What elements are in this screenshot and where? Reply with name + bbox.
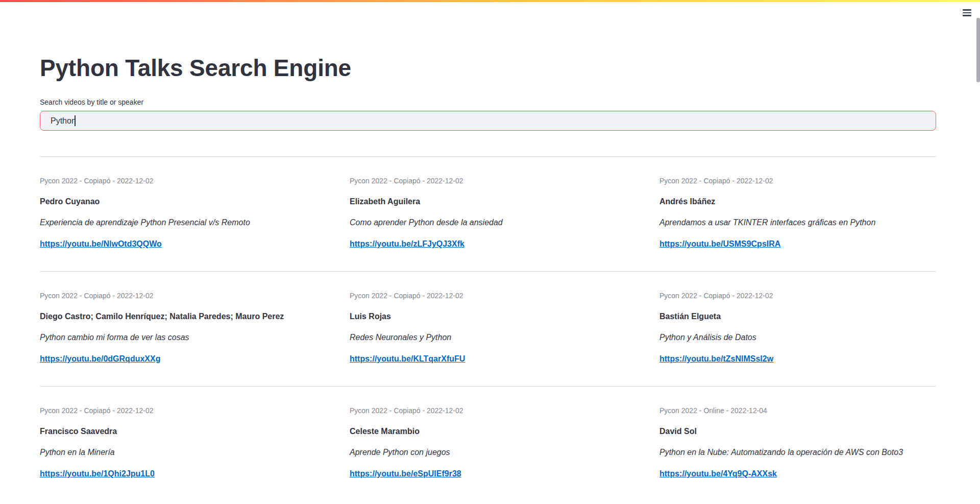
menu-bar bbox=[963, 9, 971, 10]
menu-bar bbox=[963, 15, 971, 16]
video-card: Pycon 2022 - Copiapó - 2022-12-02 Luis R… bbox=[350, 290, 626, 366]
video-link[interactable]: https://youtu.be/4Yq9Q-AXXsk bbox=[659, 467, 777, 481]
video-card: Pycon 2022 - Copiapó - 2022-12-02 Franci… bbox=[40, 405, 316, 481]
video-title: Aprendamos a usar TKINTER interfaces grá… bbox=[659, 216, 936, 229]
video-speaker: Bastián Elgueta bbox=[659, 310, 936, 323]
video-speaker: Pedro Cuyanao bbox=[40, 195, 316, 208]
video-link[interactable]: https://youtu.be/eSpUlEf9r38 bbox=[350, 467, 461, 481]
video-link[interactable]: https://youtu.be/KLTqarXfuFU bbox=[350, 352, 465, 366]
search-field bbox=[40, 111, 936, 131]
main-content: Python Talks Search Engine Search videos… bbox=[40, 0, 936, 501]
video-card: Pycon 2022 - Copiapó - 2022-12-02 Elizab… bbox=[350, 175, 626, 251]
video-title: Python y Análisis de Datos bbox=[659, 331, 936, 344]
video-meta: Pycon 2022 - Copiapó - 2022-12-02 bbox=[350, 405, 626, 416]
results-row: Pycon 2022 - Copiapó - 2022-12-02 Pedro … bbox=[40, 157, 936, 271]
video-title: Experiencia de aprendizaje Python Presen… bbox=[40, 216, 316, 229]
video-meta: Pycon 2022 - Copiapó - 2022-12-02 bbox=[40, 175, 316, 186]
video-speaker: Diego Castro; Camilo Henríquez; Natalia … bbox=[40, 310, 316, 323]
results-row: Pycon 2022 - Copiapó - 2022-12-02 Franci… bbox=[40, 387, 936, 501]
video-link[interactable]: https://youtu.be/1Qhi2Jpu1L0 bbox=[40, 467, 155, 481]
video-speaker: Celeste Marambio bbox=[350, 425, 626, 438]
video-card: Pycon 2022 - Copiapó - 2022-12-02 Pedro … bbox=[40, 175, 316, 251]
video-title: Redes Neuronales y Python bbox=[350, 331, 626, 344]
video-link[interactable]: https://youtu.be/USMS9CpsIRA bbox=[659, 237, 780, 251]
video-card: Pycon 2022 - Online - 2022-12-04 David S… bbox=[659, 405, 936, 481]
video-card: Pycon 2022 - Copiapó - 2022-12-02 Andrés… bbox=[659, 175, 936, 251]
video-speaker: David Sol bbox=[659, 425, 936, 438]
video-title: Python en la Nube: Automatizando la oper… bbox=[659, 446, 936, 459]
video-link[interactable]: https://youtu.be/0dGRqduxXXg bbox=[40, 352, 160, 366]
video-card: Pycon 2022 - Copiapó - 2022-12-02 Celest… bbox=[350, 405, 626, 481]
video-speaker: Francisco Saavedra bbox=[40, 425, 316, 438]
video-meta: Pycon 2022 - Online - 2022-12-04 bbox=[659, 405, 936, 416]
video-card: Pycon 2022 - Copiapó - 2022-12-02 Diego … bbox=[40, 290, 316, 366]
search-input[interactable] bbox=[40, 111, 936, 131]
video-link[interactable]: https://youtu.be/zLFJyQJ3Xfk bbox=[350, 237, 464, 251]
video-speaker: Elizabeth Aguilera bbox=[350, 195, 626, 208]
search-label: Search videos by title or speaker bbox=[40, 97, 936, 108]
menu-bar bbox=[963, 12, 971, 13]
video-link[interactable]: https://youtu.be/tZsNlMSsl2w bbox=[659, 352, 773, 366]
page-title: Python Talks Search Engine bbox=[40, 54, 936, 82]
video-meta: Pycon 2022 - Copiapó - 2022-12-02 bbox=[40, 290, 316, 301]
video-title: Python en la Minería bbox=[40, 446, 316, 459]
video-card: Pycon 2022 - Copiapó - 2022-12-02 Bastiá… bbox=[659, 290, 936, 366]
video-meta: Pycon 2022 - Copiapó - 2022-12-02 bbox=[659, 175, 936, 186]
video-meta: Pycon 2022 - Copiapó - 2022-12-02 bbox=[350, 290, 626, 301]
text-caret bbox=[75, 115, 76, 126]
vertical-scrollbar-thumb[interactable] bbox=[976, 18, 980, 82]
video-meta: Pycon 2022 - Copiapó - 2022-12-02 bbox=[40, 405, 316, 416]
video-speaker: Luis Rojas bbox=[350, 310, 626, 323]
results-list: Pycon 2022 - Copiapó - 2022-12-02 Pedro … bbox=[40, 156, 936, 501]
video-title: Aprende Python con juegos bbox=[350, 446, 626, 459]
video-speaker: Andrés Ibáñez bbox=[659, 195, 936, 208]
video-link[interactable]: https://youtu.be/NlwOtd3QQWo bbox=[40, 237, 162, 251]
video-title: Python cambio mi forma de ver las cosas bbox=[40, 331, 316, 344]
results-row: Pycon 2022 - Copiapó - 2022-12-02 Diego … bbox=[40, 272, 936, 386]
video-meta: Pycon 2022 - Copiapó - 2022-12-02 bbox=[659, 290, 936, 301]
video-meta: Pycon 2022 - Copiapó - 2022-12-02 bbox=[350, 175, 626, 186]
hamburger-menu-icon[interactable] bbox=[961, 7, 973, 18]
video-title: Como aprender Python desde la ansiedad bbox=[350, 216, 626, 229]
